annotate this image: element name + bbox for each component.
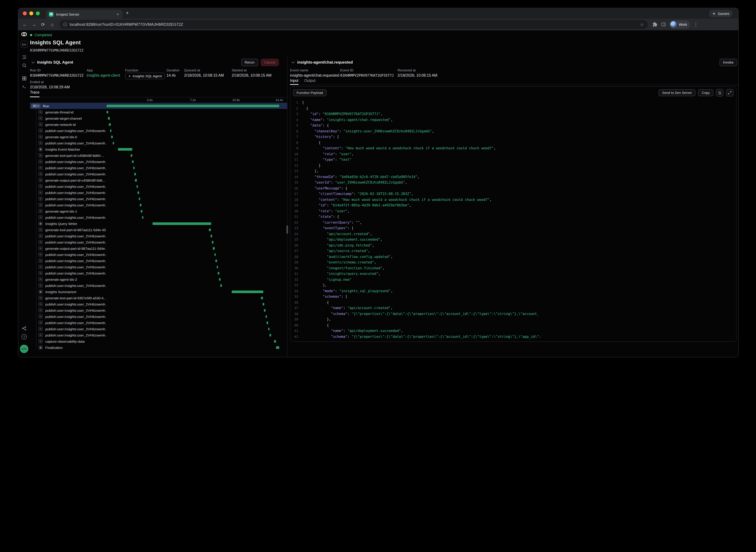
- trace-span-bar[interactable]: [210, 235, 212, 237]
- trace-run-row[interactable]: 40 Run: [30, 103, 287, 109]
- trace-span-bar[interactable]: [141, 210, 143, 213]
- trace-row[interactable]: ▦Insights Summarizer: [30, 289, 287, 295]
- trace-span-bar[interactable]: [265, 315, 267, 318]
- tab-trace[interactable]: Trace: [30, 90, 39, 97]
- trace-row[interactable]: ∿publish:user:insights:user_2VH6zowmh...: [30, 251, 287, 258]
- chevron-down-icon[interactable]: [31, 60, 35, 63]
- window-minimize-button[interactable]: [29, 11, 33, 15]
- trace-row[interactable]: ∿publish:user:insights:user_2VH6zowmh...: [30, 270, 287, 276]
- trace-row[interactable]: ∿publish:user:insights:user_2VH6zowmh...: [30, 128, 287, 134]
- trace-row[interactable]: ∿publish:user:insights:user_2VH6zowmh...: [30, 264, 287, 270]
- dev-tools-button[interactable]: </>: [18, 344, 30, 353]
- trace-row[interactable]: ∿publish:user:insights:user_2VH6zowmh...: [30, 239, 287, 245]
- inngest-logo-icon[interactable]: [18, 31, 30, 37]
- send-to-dev-server-button[interactable]: Send to Dev Server: [658, 89, 696, 96]
- trace-row[interactable]: ∿publish:user:insights:user_2VH6zowmh...: [30, 189, 287, 195]
- trace-row[interactable]: ∿generate-agent-ids-2: [30, 276, 287, 282]
- trace-span-bar[interactable]: [274, 340, 276, 342]
- trace-span-bar[interactable]: [140, 203, 142, 206]
- trace-row[interactable]: ∿publish:user:insights:user_2VH6zowmh...: [30, 258, 287, 264]
- address-bar[interactable]: ⓘ localhost:8288/run?runID=01KHRMPW77GVM…: [59, 20, 648, 29]
- trace-span-bar[interactable]: [139, 197, 140, 200]
- runs-icon[interactable]: [18, 54, 30, 60]
- trace-span-bar[interactable]: [132, 160, 134, 163]
- rerun-button[interactable]: Rerun: [241, 58, 258, 66]
- share-icon[interactable]: [18, 326, 30, 331]
- trace-span-bar[interactable]: [268, 327, 270, 330]
- run-span-bar[interactable]: [107, 105, 279, 107]
- panel-divider[interactable]: [287, 56, 288, 357]
- trace-row[interactable]: ∿publish:user:insights:user_2VH6zowmh...: [30, 171, 287, 177]
- expand-button[interactable]: [726, 89, 734, 96]
- bookmark-star-icon[interactable]: ☆: [640, 22, 644, 27]
- trace-row[interactable]: ∿publish:user:insights:user_2VH6zowmh...: [30, 282, 287, 289]
- trace-row[interactable]: ∿publish:user:insights:user_2VH6zowmh...: [30, 332, 287, 338]
- browser-tab[interactable]: Inngest Server ×: [46, 10, 123, 19]
- side-panel-icon[interactable]: [661, 22, 666, 27]
- trace-row[interactable]: ▦Insights Event Matcher: [30, 146, 287, 152]
- trace-span-bar[interactable]: [135, 179, 137, 181]
- trace-row[interactable]: ∿publish:user:insights:user_2VH6zowmh...: [30, 319, 287, 326]
- window-zoom-button[interactable]: [36, 11, 40, 15]
- trace-row[interactable]: ∿generate-network-id: [30, 121, 287, 128]
- trace-row[interactable]: ∿generate-text-part-id-9357e5f0-a530-4..…: [30, 295, 287, 301]
- trace-span-bar[interactable]: [212, 241, 213, 243]
- function-badge[interactable]: Insights SQL Agent: [125, 73, 165, 79]
- tab-close-icon[interactable]: ×: [116, 12, 120, 16]
- payload-type-button[interactable]: Function Payload: [293, 89, 327, 96]
- trace-span-bar[interactable]: [133, 166, 135, 169]
- trace-span-bar[interactable]: [232, 290, 263, 293]
- trace-row[interactable]: ∿publish:user:insights:user_2VH6zowmh...: [30, 140, 287, 146]
- trace-row[interactable]: ∿publish:user:insights:user_2VH6zowmh...: [30, 313, 287, 319]
- window-close-button[interactable]: [23, 11, 27, 15]
- browser-menu-icon[interactable]: ⋮: [694, 22, 698, 27]
- url-text[interactable]: localhost:8288/run?runID=01KHRMPW77GVMAJ…: [70, 22, 637, 27]
- trace-span-bar[interactable]: [153, 222, 211, 225]
- trace-span-bar[interactable]: [261, 296, 263, 299]
- trace-span-bar[interactable]: [110, 129, 112, 132]
- home-icon[interactable]: ⌂: [47, 22, 57, 27]
- events-terminal-icon[interactable]: [18, 84, 30, 89]
- trace-span-bar[interactable]: [113, 142, 114, 144]
- trace-row[interactable]: ∿generate-output-part-id-887aa111-5d4e..…: [30, 245, 287, 251]
- reload-icon[interactable]: ⟳: [38, 22, 47, 27]
- trace-row[interactable]: ∿publish:user:insights:user_2VH6zowmh...: [30, 233, 287, 239]
- word-wrap-button[interactable]: [716, 89, 723, 96]
- trace-row[interactable]: ∿publish:user:insights:user_2VH6zowmh...: [30, 307, 287, 313]
- trace-row[interactable]: ∿publish:user:insights:user_2VH6zowmh...: [30, 165, 287, 171]
- trace-span-bar[interactable]: [263, 303, 264, 305]
- child-count-badge[interactable]: 40: [31, 104, 40, 108]
- trace-span-bar[interactable]: [215, 259, 217, 262]
- trace-row[interactable]: ∿publish:user:insights:user_2VH6zowmh...: [30, 158, 287, 165]
- trace-row[interactable]: ▦Finalization: [30, 344, 287, 351]
- trace-span-bar[interactable]: [213, 247, 215, 250]
- trace-row[interactable]: ∿publish:user:insights:user_2VH6zowmh...: [30, 202, 287, 208]
- trace-span-bar[interactable]: [214, 253, 216, 256]
- trace-span-bar[interactable]: [216, 266, 218, 268]
- trace-row[interactable]: ∿capture-observability-data: [30, 338, 287, 344]
- divider-handle[interactable]: [287, 225, 288, 234]
- trace-span-bar[interactable]: [109, 123, 111, 126]
- help-icon[interactable]: ?: [18, 334, 30, 339]
- trace-row[interactable]: ∿generate-agent-ids-1: [30, 208, 287, 214]
- trace-row[interactable]: ∿publish:user:insights:user_2VH6zowmh...: [30, 183, 287, 189]
- trace-search-icon[interactable]: [18, 62, 30, 68]
- trace-span-bar[interactable]: [219, 278, 221, 281]
- tab-output[interactable]: Output: [304, 79, 316, 85]
- trace-row[interactable]: ∿generate-thread-id: [30, 109, 287, 115]
- trace-span-bar[interactable]: [220, 284, 222, 287]
- trace-row[interactable]: ∿publish:user:insights:user_2VH6zowmh...: [30, 214, 287, 221]
- trace-row[interactable]: ∿publish:user:insights:user_2VH6zowmh...: [30, 301, 287, 307]
- trace-row[interactable]: ∿generate-tool-part-id-887aa111-5d4e-45.…: [30, 227, 287, 233]
- trace-row[interactable]: ▦Insights Query Writer: [30, 221, 287, 227]
- profile-chip[interactable]: Work: [669, 20, 690, 29]
- site-info-icon[interactable]: ⓘ: [63, 22, 67, 27]
- trace-row[interactable]: ∿generate-target-channel: [30, 115, 287, 121]
- trace-span-bar[interactable]: [134, 173, 136, 175]
- new-tab-button[interactable]: +: [126, 10, 129, 16]
- invoke-button[interactable]: Invoke: [719, 58, 737, 66]
- cancel-button[interactable]: Cancel: [261, 58, 279, 66]
- env-badge[interactable]: DV: [18, 41, 30, 48]
- trace-row[interactable]: ∿generate-agent-ids-0: [30, 134, 287, 140]
- chevron-down-icon[interactable]: [292, 60, 295, 63]
